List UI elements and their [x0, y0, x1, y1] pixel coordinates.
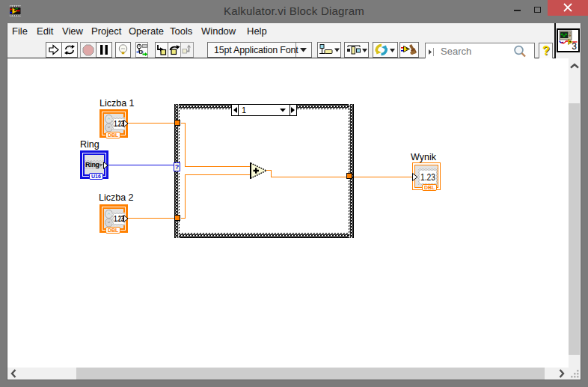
svg-text:1.23: 1.23 — [420, 172, 435, 183]
svg-text:1.23: 1.23 — [114, 120, 124, 128]
svg-text:1.23: 1.23 — [114, 215, 124, 223]
